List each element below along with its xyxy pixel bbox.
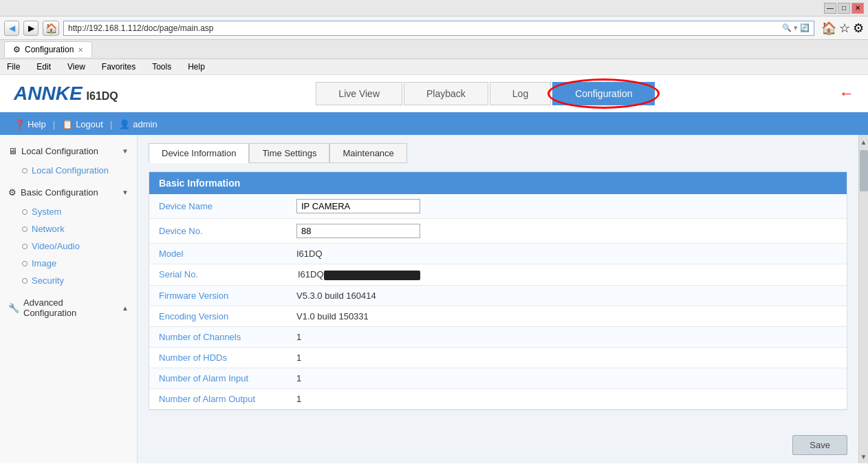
sidebar-item-image[interactable]: Image (6, 255, 137, 272)
basic-config-items: System Network Video/Audio Image (0, 203, 137, 289)
save-area: Save (138, 427, 858, 463)
url-input[interactable]: http://192.168.1.112/doc/page/main.asp 🔍… (63, 21, 814, 36)
tab-title: Configuration (25, 45, 74, 54)
sidebar-section-local-header[interactable]: 🖥 Local Configuration ▼ (0, 140, 137, 162)
help-link[interactable]: ❓ Help (14, 119, 46, 129)
dot-icon (22, 168, 28, 173)
sub-header: ❓ Help | 📋 Logout | 👤 admin (0, 114, 868, 135)
save-button[interactable]: Save (792, 435, 847, 455)
menu-view[interactable]: View (65, 61, 88, 73)
panel-tab-device-info[interactable]: Device Information (149, 143, 249, 163)
panel-tab-time-settings[interactable]: Time Settings (249, 143, 329, 163)
dot-icon (22, 278, 28, 284)
tab-live-view[interactable]: Live View (316, 82, 402, 105)
window-controls[interactable]: — □ ✕ (824, 3, 864, 14)
content-area: 🖥 Local Configuration ▼ Local Configurat… (0, 135, 868, 463)
gear-icon[interactable]: ⚙ (853, 21, 864, 36)
scroll-up-button[interactable]: ▲ (860, 136, 868, 147)
sidebar-item-system[interactable]: System (6, 203, 137, 220)
tab-playback[interactable]: Playback (404, 82, 488, 105)
user-area: 👤 admin (119, 119, 157, 129)
value-channels: 1 (287, 326, 847, 347)
sidebar-section-basic: ⚙ Basic Configuration ▼ System Network (0, 182, 137, 289)
info-panel: Basic Information Device Name (149, 171, 847, 410)
label-model: Model (149, 244, 287, 264)
logout-link[interactable]: 📋 Logout (62, 119, 103, 129)
field-value-device-name (287, 194, 847, 219)
menu-help[interactable]: Help (185, 61, 208, 73)
tab-close-button[interactable]: ✕ (78, 46, 83, 54)
value-serial-no: I61DQ (287, 264, 847, 286)
home-icon[interactable]: 🏠 (821, 21, 836, 36)
separator-1: | (53, 119, 55, 129)
dot-icon (22, 261, 28, 266)
advanced-config-arrow: ▲ (122, 304, 129, 312)
table-row: Number of Channels 1 (149, 326, 847, 347)
browser-action-icons: 🏠 ☆ ⚙ (821, 21, 864, 36)
address-bar: ◀ ▶ 🏠 http://192.168.1.112/doc/page/main… (0, 17, 868, 40)
sidebar-section-advanced-header[interactable]: 🔧 Advanced Configuration ▲ (0, 292, 137, 324)
label-alarm-output: Number of Alarm Output (149, 388, 287, 409)
tab-configuration[interactable]: Configuration (552, 82, 655, 105)
logo-brand: ANNKE (14, 83, 83, 105)
advanced-config-icon: 🔧 (8, 303, 19, 313)
sidebar-item-network[interactable]: Network (6, 220, 137, 238)
star-icon[interactable]: ☆ (839, 21, 850, 36)
basic-config-arrow: ▼ (122, 189, 129, 196)
scroll-thumb[interactable] (860, 150, 868, 191)
menu-edit[interactable]: Edit (34, 61, 54, 73)
basic-config-icon: ⚙ (8, 187, 17, 198)
app-header: ANNKE I61DQ Live View Playback Log Confi… (0, 75, 868, 114)
sidebar-item-local-configuration[interactable]: Local Configuration (6, 162, 137, 179)
menu-file[interactable]: File (4, 61, 23, 73)
table-row: Device No. (149, 219, 847, 244)
label-alarm-input: Number of Alarm Input (149, 368, 287, 388)
value-hdds: 1 (287, 347, 847, 368)
panel-tab-maintenance[interactable]: Maintenance (329, 143, 406, 163)
close-button[interactable]: ✕ (851, 3, 864, 14)
label-firmware: Firmware Version (149, 285, 287, 306)
logo-model: I61DQ (87, 90, 118, 103)
minimize-button[interactable]: — (824, 3, 836, 14)
table-row: Serial No. I61DQ (149, 264, 847, 286)
maximize-button[interactable]: □ (838, 3, 850, 14)
device-name-input[interactable] (296, 199, 420, 213)
sidebar-item-video-audio[interactable]: Video/Audio (6, 238, 137, 255)
value-alarm-input: 1 (287, 368, 847, 388)
browser-tab[interactable]: ⚙ Configuration ✕ (4, 41, 92, 57)
dot-icon (22, 244, 28, 249)
advanced-config-label: Advanced Configuration (23, 297, 118, 318)
value-firmware: V5.3.0 build 160414 (287, 285, 847, 306)
home-button[interactable]: 🏠 (43, 21, 59, 36)
scrollbar-right[interactable]: ▲ ▼ (858, 135, 868, 463)
info-table: Device Name Device No. (149, 194, 847, 410)
field-label-device-no: Device No. (149, 219, 287, 244)
scroll-down-button[interactable]: ▼ (860, 451, 868, 462)
tab-favicon: ⚙ (13, 45, 21, 54)
field-value-device-no (287, 219, 847, 244)
menu-tools[interactable]: Tools (149, 61, 174, 73)
local-config-icon: 🖥 (8, 146, 17, 156)
value-model: I61DQ (287, 244, 847, 264)
dot-icon (22, 226, 28, 232)
forward-button[interactable]: ▶ (23, 21, 39, 36)
menu-favorites[interactable]: Favorites (99, 61, 138, 73)
table-row: Firmware Version V5.3.0 build 160414 (149, 285, 847, 306)
info-panel-header: Basic Information (149, 172, 847, 194)
label-hdds: Number of HDDs (149, 347, 287, 368)
tab-log[interactable]: Log (490, 82, 551, 105)
back-button[interactable]: ◀ (4, 21, 19, 36)
main-panel-container: Device Information Time Settings Mainten… (138, 135, 858, 463)
dot-icon (22, 209, 28, 215)
user-icon: 👤 (119, 119, 130, 129)
local-config-label: Local Configuration (21, 146, 98, 156)
table-row: Model I61DQ (149, 244, 847, 264)
main-nav-tabs: Live View Playback Log Configuration (146, 82, 825, 105)
sidebar-section-basic-header[interactable]: ⚙ Basic Configuration ▼ (0, 182, 137, 203)
sidebar-item-security[interactable]: Security (6, 272, 137, 289)
device-no-input[interactable] (296, 224, 420, 238)
sidebar: 🖥 Local Configuration ▼ Local Configurat… (0, 135, 138, 463)
separator-2: | (110, 119, 112, 129)
table-row: Number of HDDs 1 (149, 347, 847, 368)
field-label-device-name: Device Name (149, 194, 287, 219)
